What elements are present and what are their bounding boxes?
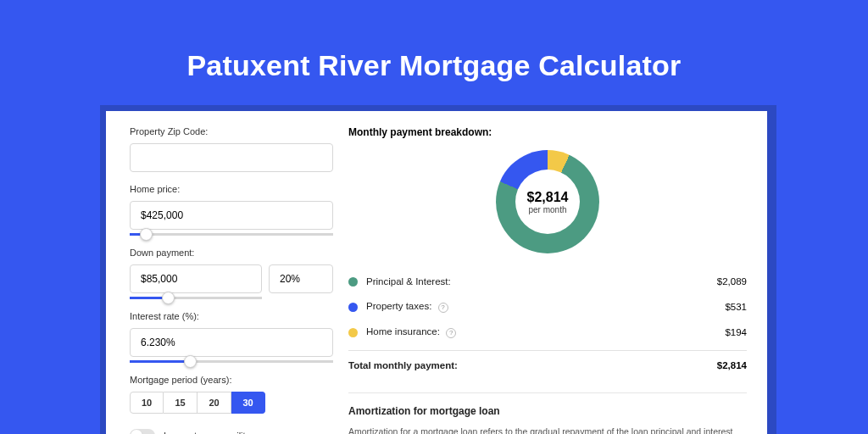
donut-amount: $2,814 xyxy=(527,190,569,205)
calculator-panel: Property Zip Code: Home price: Down paym… xyxy=(106,111,767,434)
amortization-text: Amortization for a mortgage loan refers … xyxy=(348,426,747,434)
period-option-10[interactable]: 10 xyxy=(130,392,164,414)
slider-thumb[interactable] xyxy=(140,228,153,241)
home-price-slider[interactable] xyxy=(130,233,333,236)
breakdown-row-total: Total monthly payment: $2,814 xyxy=(348,350,747,379)
breakdown-label: Property taxes: ? xyxy=(366,301,725,313)
slider-thumb[interactable] xyxy=(184,355,197,368)
down-payment-row xyxy=(130,264,337,293)
info-icon[interactable]: ? xyxy=(438,303,448,313)
breakdown-row-taxes: Property taxes: ? $531 xyxy=(348,294,747,320)
mortgage-period-block: Mortgage period (years): 10 15 20 30 xyxy=(130,375,337,414)
dot-icon xyxy=(348,328,358,337)
breakdown-column: Monthly payment breakdown: $2,814 per mo… xyxy=(337,111,767,434)
interest-rate-input[interactable] xyxy=(130,328,333,357)
dot-icon xyxy=(348,303,358,312)
home-price-label: Home price: xyxy=(130,184,337,194)
interest-rate-label: Interest rate (%): xyxy=(130,311,337,321)
down-payment-amount-input[interactable] xyxy=(130,264,262,293)
slider-thumb[interactable] xyxy=(162,292,175,304)
zip-field-block: Property Zip Code: xyxy=(130,126,337,172)
breakdown-label: Principal & Interest: xyxy=(366,276,717,287)
amortization-section: Amortization for mortgage loan Amortizat… xyxy=(348,392,747,434)
page-backdrop: Patuxent River Mortgage Calculator Prope… xyxy=(0,0,868,434)
breakdown-label-text: Home insurance: xyxy=(366,326,440,337)
breakdown-value: $531 xyxy=(725,302,747,312)
toggle-knob xyxy=(131,430,142,434)
home-price-block: Home price: xyxy=(130,184,337,236)
period-option-30[interactable]: 30 xyxy=(231,392,265,414)
down-payment-block: Down payment: xyxy=(130,248,337,299)
donut-chart-wrap: $2,814 per month xyxy=(348,150,747,253)
interest-rate-block: Interest rate (%): xyxy=(130,311,337,363)
donut-center: $2,814 per month xyxy=(515,170,580,234)
zip-label: Property Zip Code: xyxy=(130,126,337,136)
slider-fill xyxy=(130,360,189,363)
veteran-toggle[interactable] xyxy=(130,429,155,434)
amortization-title: Amortization for mortgage loan xyxy=(348,405,747,417)
inputs-column: Property Zip Code: Home price: Down paym… xyxy=(106,111,337,434)
mortgage-period-label: Mortgage period (years): xyxy=(130,375,337,385)
breakdown-row-insurance: Home insurance: ? $194 xyxy=(348,320,747,345)
down-payment-pct-input[interactable] xyxy=(269,264,333,293)
period-option-15[interactable]: 15 xyxy=(164,392,198,414)
breakdown-row-principal: Principal & Interest: $2,089 xyxy=(348,269,747,294)
down-payment-label: Down payment: xyxy=(130,248,337,258)
veteran-label: I am veteran or military xyxy=(164,431,259,434)
period-option-20[interactable]: 20 xyxy=(198,392,231,414)
interest-rate-slider[interactable] xyxy=(130,360,333,363)
breakdown-title: Monthly payment breakdown: xyxy=(348,126,747,138)
dot-icon xyxy=(348,277,358,287)
info-icon[interactable]: ? xyxy=(446,328,456,338)
breakdown-label-text: Property taxes: xyxy=(366,301,431,311)
period-button-group: 10 15 20 30 xyxy=(130,392,337,414)
zip-input[interactable] xyxy=(130,143,333,172)
total-value: $2,814 xyxy=(717,360,747,370)
breakdown-label: Home insurance: ? xyxy=(366,326,725,338)
donut-chart: $2,814 per month xyxy=(496,150,599,253)
down-payment-slider[interactable] xyxy=(130,297,262,299)
page-title: Patuxent River Mortgage Calculator xyxy=(0,0,868,82)
breakdown-value: $194 xyxy=(725,327,747,337)
home-price-input[interactable] xyxy=(130,201,333,230)
donut-sublabel: per month xyxy=(528,205,566,214)
total-label: Total monthly payment: xyxy=(348,360,717,370)
veteran-toggle-row: I am veteran or military xyxy=(130,429,337,434)
breakdown-value: $2,089 xyxy=(717,276,747,287)
